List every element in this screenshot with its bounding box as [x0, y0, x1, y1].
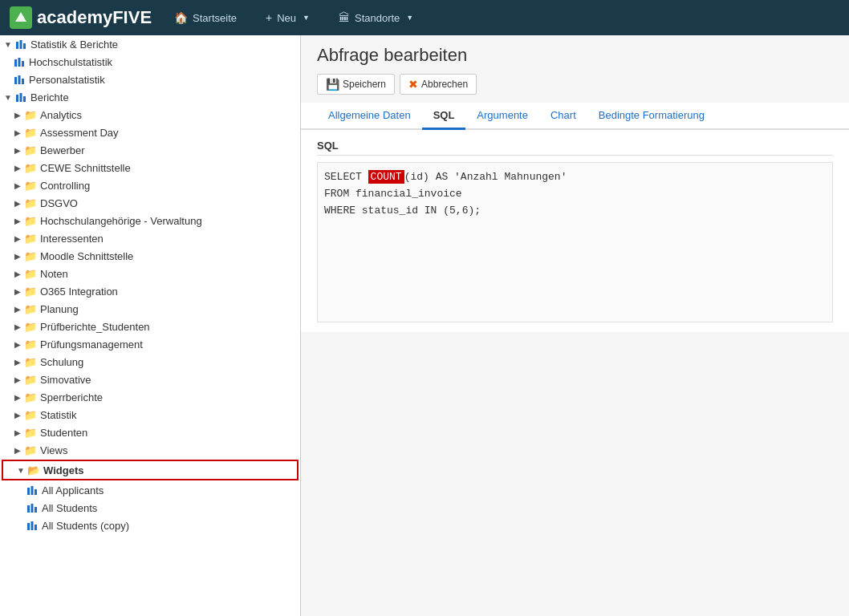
- tabs-bar: Allgemeine Daten SQL Argumente Chart Bed…: [301, 103, 849, 130]
- tree-arrow-berichte: ▼: [3, 92, 13, 102]
- sidebar-item-schulung[interactable]: ▶ 📁 Schulung: [0, 353, 300, 371]
- sidebar-item-controlling[interactable]: ▶ 📁 Controlling: [0, 176, 300, 194]
- sidebar-item-studenten[interactable]: ▶ 📁 Studenten: [0, 424, 300, 441]
- folder-icon-o365: 📁: [24, 285, 37, 298]
- sidebar-item-all-applicants[interactable]: All Applicants: [0, 481, 300, 499]
- sidebar-item-bewerber[interactable]: ▶ 📁 Bewerber: [0, 141, 300, 159]
- tree-arrow-statistik: ▼: [3, 39, 13, 49]
- svg-rect-13: [27, 488, 30, 495]
- folder-icon-pruefungsm: 📁: [24, 338, 37, 351]
- sidebar-item-dsgvo[interactable]: ▶ 📁 DSGVO: [0, 194, 300, 212]
- cancel-button[interactable]: ✖ Abbrechen: [400, 74, 477, 95]
- tab-sql[interactable]: SQL: [422, 103, 466, 130]
- plus-icon: +: [266, 11, 272, 24]
- content-header: Abfrage bearbeiten 💾 Speichern ✖ Abbrech…: [301, 35, 849, 101]
- sql-line1-post: (id) AS 'Anzahl Mahnungen': [404, 171, 567, 183]
- tree-arrow-o365: ▶: [13, 286, 22, 296]
- sql-editor[interactable]: SELECT COUNT(id) AS 'Anzahl Mahnungen' F…: [317, 162, 833, 322]
- folder-icon-noten: 📁: [24, 267, 37, 280]
- svg-rect-12: [23, 96, 26, 102]
- main-layout: ▼ Statistik & Berichte Hochschulstatisti…: [0, 35, 849, 616]
- bar-chart-icon: [14, 38, 27, 51]
- tree-arrow-moodle: ▶: [13, 251, 22, 261]
- bar-chart-icon-asc: [26, 519, 39, 532]
- sidebar-item-personalstatistik[interactable]: Personalstatistik: [0, 71, 300, 88]
- sidebar-label-all-applicants: All Applicants: [42, 484, 104, 496]
- sidebar-item-simovative[interactable]: ▶ 📁 Simovative: [0, 371, 300, 388]
- tree-arrow-simovative: ▶: [13, 375, 22, 384]
- sidebar-label-schulung: Schulung: [40, 356, 83, 368]
- svg-rect-7: [14, 77, 17, 84]
- tree-arrow-sperrberichte: ▶: [13, 392, 22, 402]
- svg-rect-18: [35, 507, 37, 513]
- sidebar-item-interessenten[interactable]: ▶ 📁 Interessenten: [0, 229, 300, 247]
- sidebar-item-cewe[interactable]: ▶ 📁 CEWE Schnittstelle: [0, 159, 300, 176]
- tree-arrow-dsgvo: ▶: [13, 198, 22, 208]
- svg-rect-3: [23, 43, 26, 49]
- svg-rect-16: [27, 505, 30, 513]
- sidebar-label-analytics: Analytics: [40, 109, 82, 121]
- bar-chart-icon-aa: [26, 484, 39, 496]
- tree-arrow-analytics: ▶: [13, 110, 22, 120]
- sidebar-item-widgets[interactable]: ▼ 📂 Widgets: [2, 460, 299, 480]
- save-button[interactable]: 💾 Speichern: [317, 74, 395, 95]
- bar-chart-icon-as: [26, 501, 39, 514]
- folder-icon-views: 📁: [24, 444, 37, 456]
- sidebar-item-all-students[interactable]: All Students: [0, 499, 300, 517]
- sidebar-item-sperrberichte[interactable]: ▶ 📁 Sperrberichte: [0, 388, 300, 406]
- svg-rect-4: [14, 59, 17, 67]
- nav-locations-label: Standorte: [355, 12, 400, 24]
- sidebar-item-pruefberichte[interactable]: ▶ 📁 Prüfberichte_Studenten: [0, 318, 300, 335]
- tree-arrow-controlling: ▶: [13, 180, 22, 190]
- tab-bedingte-formatierung[interactable]: Bedingte Formatierung: [587, 103, 716, 130]
- folder-icon-pruefberichte: 📁: [24, 320, 37, 333]
- sidebar-item-hochschulstatistik[interactable]: Hochschulstatistik: [0, 53, 300, 71]
- tab-allgemeine-daten[interactable]: Allgemeine Daten: [317, 103, 422, 130]
- folder-icon-hoch: 📁: [24, 214, 37, 227]
- save-icon: 💾: [326, 78, 339, 91]
- bar-chart-icon-hs: [13, 55, 26, 68]
- sidebar-item-analytics[interactable]: ▶ 📁 Analytics: [0, 106, 300, 124]
- sidebar-item-views[interactable]: ▶ 📁 Views: [0, 441, 300, 459]
- folder-icon-analytics: 📁: [24, 108, 37, 121]
- bar-chart-icon-ps: [13, 73, 26, 86]
- sidebar-label-berichte: Berichte: [30, 91, 69, 103]
- nav-home[interactable]: 🏠 Startseite: [168, 8, 243, 27]
- tree-arrow-hoch: ▶: [13, 216, 22, 225]
- nav-locations-arrow-icon: ▼: [406, 14, 413, 22]
- svg-rect-20: [31, 521, 34, 530]
- sidebar-item-assessment-day[interactable]: ▶ 📁 Assessment Day: [0, 124, 300, 141]
- folder-icon-simovative: 📁: [24, 373, 37, 386]
- sidebar-item-berichte[interactable]: ▼ Berichte: [0, 88, 300, 106]
- sidebar-item-o365[interactable]: ▶ 📁 O365 Integration: [0, 282, 300, 300]
- tree-arrow-cewe: ▶: [13, 163, 22, 172]
- svg-rect-17: [31, 504, 34, 513]
- sidebar-label-pruefungsm: Prüfungsmanagement: [40, 338, 143, 351]
- sidebar-label-simovative: Simovative: [40, 374, 91, 386]
- location-icon: 🏛: [339, 11, 350, 24]
- sidebar-item-all-students-copy[interactable]: All Students (copy): [0, 517, 300, 534]
- sidebar-label-planung: Planung: [40, 303, 79, 315]
- sidebar-item-noten[interactable]: ▶ 📁 Noten: [0, 265, 300, 282]
- tree-arrow-studenten: ▶: [13, 428, 22, 437]
- sidebar-item-planung[interactable]: ▶ 📁 Planung: [0, 300, 300, 318]
- folder-icon-bewerber: 📁: [24, 144, 37, 156]
- sidebar-item-statistik-folder[interactable]: ▶ 📁 Statistik: [0, 406, 300, 424]
- nav-new[interactable]: + Neu ▼: [259, 8, 316, 27]
- sidebar-item-hochschulangehoerige[interactable]: ▶ 📁 Hochschulangehörige - Verwaltung: [0, 212, 300, 229]
- sidebar-item-moodle[interactable]: ▶ 📁 Moodle Schnittstelle: [0, 247, 300, 265]
- svg-rect-8: [18, 75, 21, 84]
- tab-chart[interactable]: Chart: [539, 103, 587, 130]
- sidebar-label-interessenten: Interessenten: [40, 233, 104, 245]
- sidebar-item-statistik-berichte[interactable]: ▼ Statistik & Berichte: [0, 35, 300, 53]
- sidebar-label-noten: Noten: [40, 268, 68, 280]
- logo[interactable]: academyFIVE: [10, 6, 152, 29]
- sidebar-item-pruefungsmanagement[interactable]: ▶ 📁 Prüfungsmanagement: [0, 335, 300, 353]
- sidebar-label-personalstatistik: Personalstatistik: [29, 74, 105, 86]
- nav-locations[interactable]: 🏛 Standorte ▼: [332, 8, 420, 27]
- tab-argumente[interactable]: Argumente: [465, 103, 539, 130]
- svg-rect-21: [35, 525, 37, 530]
- sidebar-label-statistik-f: Statistik: [40, 409, 77, 421]
- sidebar-label-hoch: Hochschulangehörige - Verwaltung: [40, 215, 202, 227]
- nav-new-arrow-icon: ▼: [303, 14, 310, 22]
